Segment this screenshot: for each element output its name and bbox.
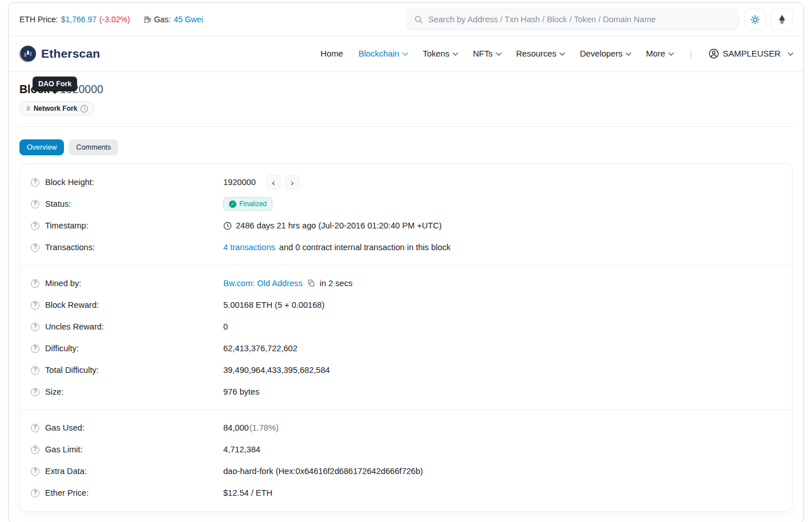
block-reward-value: 5.00168 ETH (5 + 0.00168) xyxy=(223,300,324,310)
mined-by-label: Mined by: xyxy=(45,279,81,288)
row-label: ? Timestamp: xyxy=(31,221,223,230)
row-label: ? Gas Used: xyxy=(31,423,223,432)
nav-item-label: Home xyxy=(320,49,343,58)
row-label: ? Extra Data: xyxy=(31,467,223,476)
help-icon[interactable]: ? xyxy=(31,178,39,187)
page-title: Block #1920000 DAO Fork xyxy=(19,83,103,96)
row-value: 0 xyxy=(223,322,228,331)
difficulty-label: Difficulty: xyxy=(45,344,79,353)
row-gas-used: ? Gas Used: 84,000 (1.78%) xyxy=(20,417,792,439)
help-icon[interactable]: ? xyxy=(31,279,39,288)
eth-price-value[interactable]: $1,766.97 xyxy=(61,15,97,24)
nav-item-blockchain[interactable]: Blockchain xyxy=(359,49,408,58)
ethereum-icon xyxy=(778,15,786,25)
nav-separator: | xyxy=(690,49,692,58)
row-label: ? Gas Limit: xyxy=(31,445,223,454)
row-gas-limit: ? Gas Limit: 4,712,384 xyxy=(20,439,792,460)
network-fork-badge: # Network Fork i xyxy=(19,102,95,115)
brand-logo[interactable]: Etherscan xyxy=(19,45,100,62)
row-value: 976 bytes xyxy=(223,387,259,396)
nav-item-more[interactable]: More xyxy=(646,49,673,58)
user-menu[interactable]: SAMPLEUSER xyxy=(709,49,793,59)
help-icon[interactable]: ? xyxy=(31,222,39,230)
previous-block-button[interactable]: ‹ xyxy=(266,175,281,190)
row-ether-price: ? Ether Price: $12.54 / ETH xyxy=(20,482,792,504)
row-timestamp: ? Timestamp: 2486 days 21 hrs ago (Jul-2… xyxy=(20,215,792,236)
sun-icon xyxy=(750,15,760,25)
etherscan-logo-icon xyxy=(19,45,37,62)
navbar: Etherscan Home Blockchain Tokens NFTs Re… xyxy=(9,37,803,71)
extra-data-label: Extra Data: xyxy=(45,467,87,476)
help-icon[interactable]: ? xyxy=(31,467,39,476)
nav-item-label: Blockchain xyxy=(359,49,400,58)
row-label: ? Ether Price: xyxy=(31,488,223,497)
help-icon[interactable]: ? xyxy=(31,489,39,497)
gas-stats: Gas: 45 Gwei xyxy=(143,15,203,24)
miner-link[interactable]: Bw.com: Old Address xyxy=(223,279,303,288)
nav-item-resources[interactable]: Resources xyxy=(516,49,565,58)
network-fork-label: Network Fork xyxy=(34,105,78,113)
help-icon[interactable]: ? xyxy=(31,301,39,310)
row-status: ? Status: ✓ Finalized xyxy=(20,193,792,215)
row-transactions: ? Transactions: 4 transactions and 0 con… xyxy=(20,236,792,258)
theme-toggle-button[interactable] xyxy=(744,9,766,30)
search-icon xyxy=(414,15,423,24)
row-total-difficulty: ? Total Difficulty: 39,490,964,433,395,6… xyxy=(20,359,792,381)
row-value: 2486 days 21 hrs ago (Jul-20-2016 01:20:… xyxy=(223,221,442,230)
search-box xyxy=(407,9,739,30)
nav-item-developers[interactable]: Developers xyxy=(580,49,630,58)
status-badge-label: Finalized xyxy=(239,200,267,208)
difficulty-value: 62,413,376,722,602 xyxy=(223,344,298,353)
transactions-link[interactable]: 4 transactions xyxy=(223,243,275,252)
next-block-button[interactable]: › xyxy=(285,175,300,190)
row-label: ? Total Difficulty: xyxy=(31,366,223,375)
gas-label: Gas: xyxy=(154,15,171,24)
tab-comments[interactable]: Comments xyxy=(69,139,118,155)
nav-item-home[interactable]: Home xyxy=(320,49,343,58)
tab-overview[interactable]: Overview xyxy=(19,139,64,155)
network-switcher-button[interactable] xyxy=(771,9,793,30)
search-input[interactable] xyxy=(428,15,731,24)
badge-row: # Network Fork i xyxy=(19,102,793,115)
row-value: dao-hard-fork (Hex:0x64616f2d686172642d6… xyxy=(223,467,423,476)
copy-address-button[interactable] xyxy=(307,279,316,287)
uncles-reward-label: Uncles Reward: xyxy=(45,322,104,331)
eth-price-change: (-3.02%) xyxy=(99,15,130,24)
chevron-down-icon xyxy=(788,50,794,55)
nav-item-nfts[interactable]: NFTs xyxy=(473,49,501,58)
gas-limit-label: Gas Limit: xyxy=(45,445,83,454)
help-icon[interactable]: ? xyxy=(31,424,39,432)
help-icon[interactable]: ? xyxy=(31,323,39,331)
row-label: ? Size: xyxy=(31,387,223,396)
timestamp-value: 2486 days 21 hrs ago (Jul-20-2016 01:20:… xyxy=(236,221,442,230)
copy-icon xyxy=(307,279,315,287)
ether-price-value: $12.54 / ETH xyxy=(223,488,272,497)
row-value: Bw.com: Old Address in 2 secs xyxy=(223,279,352,288)
block-reward-label: Block Reward: xyxy=(45,300,99,310)
size-label: Size: xyxy=(45,387,63,396)
help-icon[interactable]: ? xyxy=(31,200,39,208)
block-height-value: 1920000 xyxy=(223,178,256,187)
row-label: ? Block Height: xyxy=(31,178,223,187)
nav-item-tokens[interactable]: Tokens xyxy=(423,49,457,58)
nav-item-label: Developers xyxy=(580,49,622,58)
nav-item-label: NFTs xyxy=(473,49,493,58)
block-overview-card: ? Block Height: 1920000 ‹ › ? Status: ✓ … xyxy=(19,163,793,512)
check-icon: ✓ xyxy=(229,200,236,208)
row-value: 84,000 (1.78%) xyxy=(223,423,279,432)
gas-used-label: Gas Used: xyxy=(45,423,85,432)
row-uncles-reward: ? Uncles Reward: 0 xyxy=(20,316,792,338)
info-icon[interactable]: i xyxy=(81,105,88,113)
mined-by-rest: in 2 secs xyxy=(320,279,353,288)
row-label: ? Uncles Reward: xyxy=(31,322,223,331)
topbar: ETH Price: $1,766.97 (-3.02%) Gas: 45 Gw… xyxy=(9,3,803,37)
help-icon[interactable]: ? xyxy=(31,366,39,375)
help-icon[interactable]: ? xyxy=(31,445,39,454)
row-difficulty: ? Difficulty: 62,413,376,722,602 xyxy=(20,338,792,359)
help-icon[interactable]: ? xyxy=(31,388,39,396)
status-label: Status: xyxy=(45,199,71,208)
help-icon[interactable]: ? xyxy=(31,243,39,252)
help-icon[interactable]: ? xyxy=(31,344,39,353)
gas-value[interactable]: 45 Gwei xyxy=(174,15,203,24)
size-value: 976 bytes xyxy=(223,387,259,396)
